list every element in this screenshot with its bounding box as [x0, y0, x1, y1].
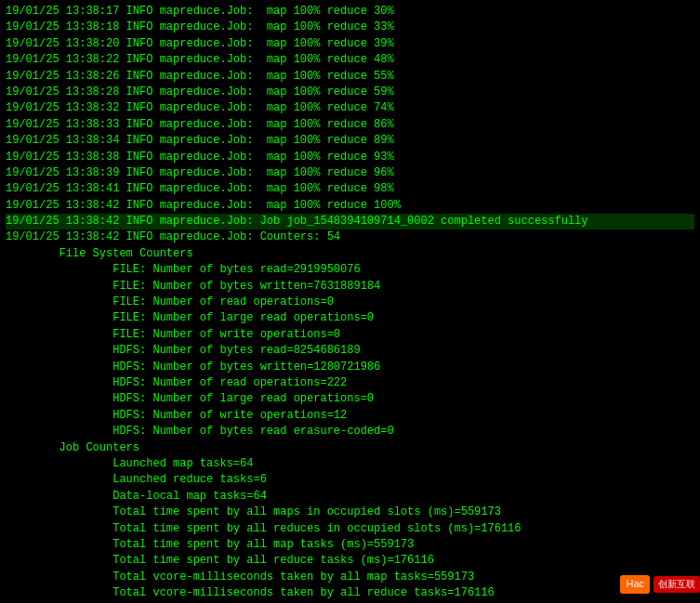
watermark-badge: Hac	[620, 575, 650, 594]
terminal-line: 19/01/25 13:38:22 INFO mapreduce.Job: ma…	[6, 52, 694, 68]
terminal-line: 19/01/25 13:38:38 INFO mapreduce.Job: ma…	[6, 150, 694, 165]
terminal-line: FILE: Number of read operations=0	[6, 295, 694, 310]
terminal-line: 19/01/25 13:38:42 INFO mapreduce.Job: Jo…	[6, 214, 694, 229]
terminal-line: Launched reduce tasks=6	[6, 472, 694, 488]
terminal-line: 19/01/25 13:38:42 INFO mapreduce.Job: ma…	[6, 198, 694, 214]
terminal-line: Total time spent by all maps in occupied…	[6, 505, 694, 520]
terminal-line: Job Counters	[6, 440, 694, 456]
terminal-line: Total vcore-milliseconds taken by all re…	[6, 585, 694, 601]
terminal-line: FILE: Number of bytes read=2919950076	[6, 262, 694, 278]
terminal-line: HDFS: Number of bytes read erasure-coded…	[6, 424, 694, 439]
terminal-line: Data-local map tasks=64	[6, 489, 694, 505]
terminal-line: HDFS: Number of bytes written=1280721986	[6, 360, 694, 375]
terminal-line: HDFS: Number of bytes read=8254686189	[6, 343, 694, 359]
terminal-line: 19/01/25 13:38:20 INFO mapreduce.Job: ma…	[6, 36, 694, 52]
terminal-line: 19/01/25 13:38:41 INFO mapreduce.Job: ma…	[6, 181, 694, 197]
terminal-line: FILE: Number of large read operations=0	[6, 310, 694, 326]
terminal-line: 19/01/25 13:38:26 INFO mapreduce.Job: ma…	[6, 69, 694, 85]
terminal-line: 19/01/25 13:38:17 INFO mapreduce.Job: ma…	[6, 4, 694, 20]
terminal-line: HDFS: Number of large read operations=0	[6, 391, 694, 407]
terminal-line: File System Counters	[6, 246, 694, 262]
terminal-line: 19/01/25 13:38:18 INFO mapreduce.Job: ma…	[6, 20, 694, 35]
terminal-line: Total time spent by all reduce tasks (ms…	[6, 553, 694, 569]
terminal-line: 19/01/25 13:38:32 INFO mapreduce.Job: ma…	[6, 100, 694, 116]
watermark: Hac 创新互联	[620, 575, 700, 594]
terminal-line: Total time spent by all reduces in occup…	[6, 521, 694, 537]
terminal-line: Total vcore-milliseconds taken by all ma…	[6, 570, 694, 585]
terminal-line: Total time spent by all map tasks (ms)=5…	[6, 537, 694, 553]
terminal-line: HDFS: Number of write operations=12	[6, 408, 694, 424]
terminal-line: 19/01/25 13:38:42 INFO mapreduce.Job: Co…	[6, 229, 694, 245]
terminal-line: FILE: Number of bytes written=7631889184	[6, 279, 694, 295]
terminal-line: 19/01/25 13:38:39 INFO mapreduce.Job: ma…	[6, 165, 694, 181]
terminal-line: 19/01/25 13:38:34 INFO mapreduce.Job: ma…	[6, 133, 694, 149]
terminal-output: 19/01/25 13:38:17 INFO mapreduce.Job: ma…	[0, 0, 700, 603]
terminal-line: 19/01/25 13:38:28 INFO mapreduce.Job: ma…	[6, 85, 694, 100]
terminal-line: HDFS: Number of read operations=222	[6, 375, 694, 391]
terminal-line: 19/01/25 13:38:33 INFO mapreduce.Job: ma…	[6, 117, 694, 133]
watermark-logo: 创新互联	[654, 576, 700, 594]
terminal-line: Launched map tasks=64	[6, 456, 694, 472]
terminal-line: FILE: Number of write operations=0	[6, 327, 694, 343]
